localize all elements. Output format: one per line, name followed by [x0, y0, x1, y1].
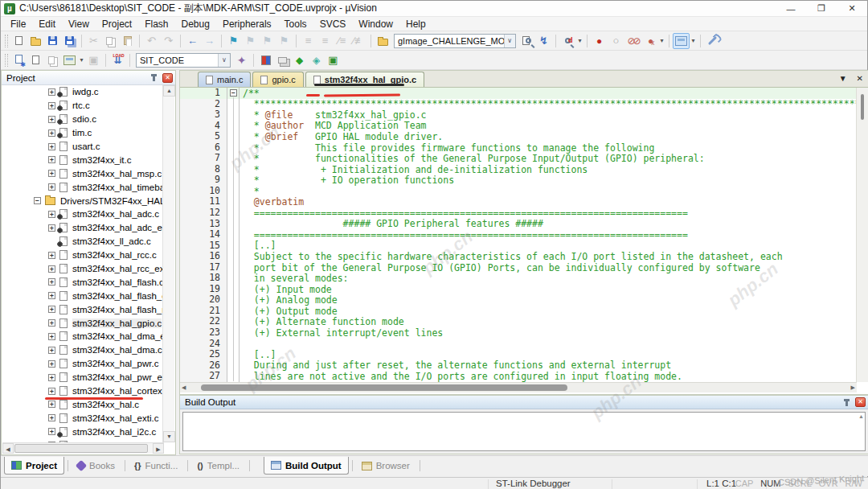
scroll-left-icon[interactable]: ◀ [182, 384, 186, 391]
manage-project-items-button[interactable] [274, 52, 291, 68]
tree-item[interactable]: +stm32f4xx_hal_rcc.c [2, 249, 164, 262]
next-bookmark-button[interactable]: ⚑ [259, 33, 276, 49]
expand-icon[interactable]: + [48, 414, 55, 421]
tree-item[interactable]: +stm32f4xx_ll_adc.c [2, 235, 164, 249]
tree-item[interactable]: +stm32f4xx_hal_flash.c [2, 275, 164, 289]
pin-icon[interactable] [845, 399, 848, 406]
download-button[interactable]: ⇊ [109, 52, 126, 68]
find-combobox[interactable]: gImage_CHALLENGE_MO ∨ [394, 34, 516, 48]
manage-rte-button[interactable] [257, 52, 274, 68]
menu-tools[interactable]: Tools [278, 18, 313, 31]
target-select-dropdown-icon[interactable]: ∨ [218, 54, 230, 67]
code-editor[interactable]: 1−/**2 *********************************… [180, 88, 857, 382]
menu-edit[interactable]: Edit [32, 18, 62, 31]
expand-icon[interactable]: + [48, 306, 55, 313]
expand-icon[interactable]: + [48, 170, 55, 177]
previous-bookmark-button[interactable]: ⚑ [242, 33, 259, 49]
cut-button[interactable]: ✂ [85, 33, 102, 49]
disable-all-breakpoints-button[interactable]: ●ₓ [641, 33, 658, 49]
fold-collapse-icon[interactable]: − [230, 89, 237, 97]
debug-session-button[interactable] [559, 33, 576, 49]
tab-main-c[interactable]: main.c [198, 72, 251, 87]
expand-icon[interactable]: + [48, 401, 55, 408]
tree-item[interactable]: +usart.c [2, 140, 164, 154]
save-button[interactable] [44, 33, 61, 49]
paste-button[interactable] [119, 33, 136, 49]
tree-item[interactable]: +stm32f4xx_hal_cortex.c [2, 384, 164, 398]
kill-all-breakpoints-button[interactable]: ⊘⊘ [624, 33, 641, 49]
tree-item[interactable]: +stm32f4xx_hal_flash_ramf [2, 302, 164, 316]
tree-item[interactable]: +stm32f4xx_hal_timebase_t [2, 180, 164, 194]
pin-icon[interactable] [153, 74, 155, 81]
tree-item[interactable]: +stm32f4xx_hal_adc.c [2, 208, 164, 221]
unindent-button[interactable]: ≡ [317, 33, 334, 49]
menu-peripherals[interactable]: Peripherals [216, 18, 278, 31]
expand-icon[interactable]: + [48, 374, 55, 381]
scroll-right-icon[interactable]: ▶ [153, 443, 164, 454]
pack-installer-button[interactable]: ◈ [308, 52, 325, 68]
expand-icon[interactable]: + [48, 428, 55, 435]
close-document-icon[interactable]: ✕ [857, 74, 863, 83]
copy-button[interactable] [102, 33, 119, 49]
menu-debug[interactable]: Debug [175, 18, 216, 31]
redo-button[interactable]: ↷ [160, 33, 177, 49]
menu-project[interactable]: Project [96, 18, 138, 31]
find-combobox-dropdown-icon[interactable]: ∨ [504, 35, 515, 47]
expand-icon[interactable]: + [48, 252, 55, 259]
collapse-icon[interactable]: − [34, 197, 41, 204]
expand-icon[interactable]: + [48, 116, 55, 123]
new-file-button[interactable] [10, 33, 27, 49]
tree-item[interactable]: +stm32f4xx_hal_dma.c [2, 343, 164, 357]
clear-bookmarks-button[interactable]: ⚑ [276, 33, 293, 49]
panel-tab-books[interactable]: Books [71, 457, 121, 475]
breakpoints-dropdown-icon[interactable]: ▾ [658, 37, 665, 44]
scrollbar-thumb[interactable] [201, 384, 567, 391]
tree-item[interactable]: +stm32f4xx_hal_gpio.c [2, 316, 164, 330]
expand-icon[interactable]: + [48, 360, 55, 368]
expand-icon[interactable]: + [48, 102, 55, 109]
expand-icon[interactable]: + [48, 143, 55, 150]
tree-item[interactable]: +stm32f4xx_hal_i2c.c [2, 425, 164, 438]
menu-flash[interactable]: Flash [138, 18, 174, 31]
translate-button[interactable] [10, 52, 27, 68]
expand-icon[interactable]: + [48, 292, 55, 299]
options-for-target-button[interactable]: ✦ [233, 52, 250, 68]
navigate-back-button[interactable]: ← [184, 33, 201, 49]
scrollbar-thumb[interactable] [861, 94, 864, 120]
tree-item[interactable]: +stm32f4xx_hal_msp.c [2, 166, 164, 180]
enable-breakpoint-button[interactable]: ○ [608, 33, 624, 49]
tree-item[interactable]: −Drivers/STM32F4xx_HAL_Driv [2, 194, 164, 208]
batch-build-button[interactable] [61, 52, 78, 68]
expand-icon[interactable]: + [48, 319, 55, 327]
panel-tab-build-output[interactable]: Build Output [264, 457, 349, 475]
menu-window[interactable]: Window [352, 18, 399, 31]
scroll-right-icon[interactable]: ▶ [851, 384, 855, 391]
rebuild-all-button[interactable] [44, 52, 61, 68]
expand-icon[interactable]: + [48, 347, 55, 354]
build-output-content[interactable]: ▲ [182, 412, 866, 451]
configure-button[interactable] [704, 33, 721, 49]
build-button[interactable] [27, 52, 44, 68]
stop-build-button[interactable]: ▣ [85, 52, 102, 68]
panel-tab-templates[interactable]: ()Templ... [190, 457, 246, 475]
expand-icon[interactable]: + [48, 224, 55, 232]
expand-icon[interactable]: + [48, 156, 55, 163]
tree-item[interactable]: +iwdg.c [2, 85, 164, 99]
tree-item[interactable]: +stm32f4xx_hal_pwr_ex.c [2, 371, 164, 384]
debug-windows-button[interactable] [673, 33, 690, 49]
tree-item[interactable]: +tim.c [2, 126, 164, 140]
incremental-find-button[interactable]: ↯ [535, 33, 552, 49]
expand-icon[interactable]: + [48, 88, 55, 96]
debug-windows-dropdown-icon[interactable]: ▾ [690, 37, 697, 44]
build-output-close-icon[interactable]: ✕ [855, 397, 866, 407]
tree-item[interactable]: +stm32f4xx_hal_flash_ex.c [2, 289, 164, 302]
comment-button[interactable]: ∕≡ [334, 33, 350, 49]
insert-breakpoint-button[interactable]: ● [591, 33, 608, 49]
scroll-down-icon[interactable]: ▼ [163, 431, 175, 442]
toolbar-grip[interactable] [5, 54, 8, 67]
close-button[interactable]: ✕ [837, 1, 867, 16]
tab-gpio-c[interactable]: gpio.c [252, 72, 303, 87]
select-software-packs-button[interactable]: ◆ [291, 52, 308, 68]
menu-view[interactable]: View [62, 18, 96, 31]
save-all-button[interactable] [61, 33, 78, 49]
